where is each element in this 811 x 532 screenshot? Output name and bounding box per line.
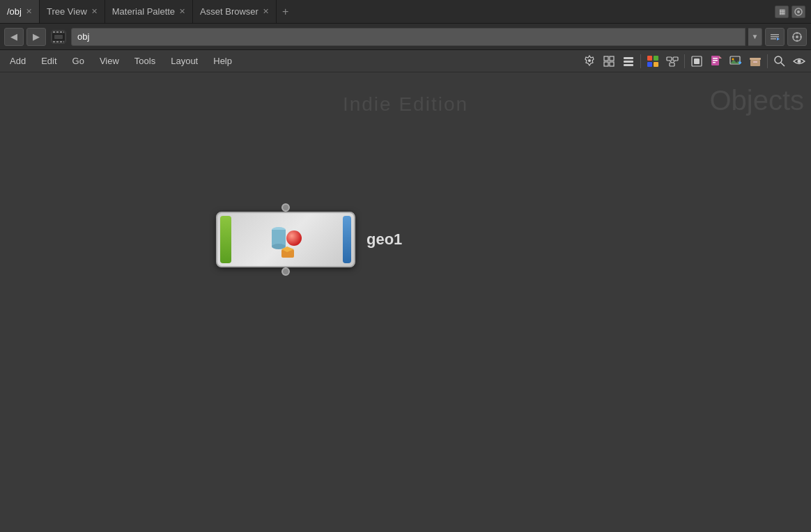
- grid-icon[interactable]: [600, 52, 618, 70]
- node-handle-top[interactable]: [281, 203, 290, 212]
- toolbar-sep2: [684, 54, 685, 68]
- menu-tools[interactable]: Tools: [128, 53, 162, 69]
- tab-material-palette-label: Material Palette: [112, 6, 175, 17]
- svg-rect-35: [654, 62, 658, 67]
- svg-rect-30: [624, 61, 633, 63]
- svg-rect-38: [670, 63, 674, 66]
- forward-icon: ▶: [33, 31, 40, 42]
- scene-icon: [49, 27, 68, 47]
- svg-rect-7: [60, 31, 62, 33]
- archive-icon[interactable]: [746, 52, 764, 70]
- tab-asset-browser[interactable]: Asset Browser ✕: [193, 0, 277, 23]
- tab-tree-view[interactable]: Tree View ✕: [40, 0, 105, 23]
- node-container: geo1: [216, 212, 402, 267]
- svg-rect-32: [647, 56, 652, 61]
- address-right-buttons: [765, 28, 807, 46]
- menu-bar: Add Edit Go View Tools Layout Help: [0, 50, 811, 72]
- menu-help[interactable]: Help: [206, 53, 239, 69]
- tab-asset-browser-close[interactable]: ✕: [263, 8, 269, 15]
- svg-rect-28: [610, 62, 614, 66]
- svg-point-1: [797, 10, 800, 13]
- svg-rect-53: [750, 58, 761, 60]
- back-icon: ◀: [10, 31, 17, 42]
- node-handle-bottom[interactable]: [281, 267, 290, 276]
- node-left-strip: [220, 216, 231, 263]
- svg-marker-50: [730, 60, 740, 64]
- svg-rect-13: [54, 35, 63, 39]
- tab-add-button[interactable]: +: [277, 0, 294, 23]
- node-label: geo1: [366, 230, 402, 249]
- svg-rect-46: [713, 62, 716, 63]
- svg-rect-34: [647, 62, 652, 67]
- node-body: [216, 212, 355, 267]
- tab-material-palette[interactable]: Material Palette ✕: [105, 0, 193, 23]
- nav-history-button[interactable]: [765, 28, 785, 46]
- watermark-objects: Objects: [709, 85, 804, 116]
- node-thumbnail: [234, 216, 340, 263]
- tab-obj-label: /obj: [7, 6, 22, 17]
- tab-controls: ▦: [775, 6, 811, 18]
- tab-grid-button[interactable]: ▦: [775, 6, 789, 18]
- toolbar-sep3: [767, 54, 768, 68]
- svg-rect-10: [56, 41, 59, 42]
- svg-rect-42: [694, 58, 700, 64]
- svg-rect-54: [750, 60, 760, 66]
- menu-add[interactable]: Add: [3, 53, 33, 69]
- svg-rect-33: [654, 56, 658, 61]
- svg-rect-5: [53, 31, 55, 33]
- back-button[interactable]: ◀: [4, 28, 24, 46]
- menu-layout[interactable]: Layout: [164, 53, 205, 69]
- svg-rect-8: [63, 31, 64, 33]
- svg-rect-36: [667, 57, 672, 61]
- tab-obj[interactable]: /obj ✕: [0, 0, 40, 23]
- search-icon[interactable]: [771, 52, 789, 70]
- svg-marker-17: [777, 38, 780, 40]
- svg-point-62: [286, 230, 302, 246]
- tab-tree-view-close[interactable]: ✕: [91, 8, 98, 15]
- tab-bar: /obj ✕ Tree View ✕ Material Palette ✕ As…: [0, 0, 811, 24]
- tab-material-palette-close[interactable]: ✕: [179, 8, 185, 15]
- svg-rect-25: [604, 56, 608, 61]
- menu-go[interactable]: Go: [65, 53, 91, 69]
- tab-settings-button[interactable]: [791, 6, 805, 18]
- svg-rect-14: [771, 34, 779, 36]
- svg-point-56: [775, 56, 782, 63]
- address-dropdown[interactable]: ▼: [748, 28, 762, 46]
- menu-view[interactable]: View: [93, 53, 126, 69]
- svg-rect-55: [753, 61, 757, 63]
- menu-edit[interactable]: Edit: [34, 53, 63, 69]
- svg-point-58: [798, 59, 801, 63]
- svg-point-49: [732, 58, 734, 60]
- svg-rect-27: [604, 62, 608, 66]
- svg-line-57: [781, 63, 785, 66]
- tab-obj-close[interactable]: ✕: [26, 8, 32, 15]
- settings-icon[interactable]: [580, 52, 598, 70]
- tab-tree-view-label: Tree View: [47, 6, 87, 17]
- svg-rect-44: [713, 58, 718, 59]
- address-input[interactable]: [71, 28, 746, 46]
- snap-icon[interactable]: [688, 52, 706, 70]
- node-card-geo1[interactable]: [216, 212, 355, 267]
- notes-icon[interactable]: [707, 52, 725, 70]
- svg-rect-45: [713, 60, 718, 61]
- forward-button[interactable]: ▶: [26, 28, 46, 46]
- view-icon[interactable]: [790, 52, 808, 70]
- color-squares-icon[interactable]: [644, 52, 662, 70]
- svg-point-19: [796, 36, 798, 38]
- list-icon[interactable]: [619, 52, 638, 70]
- svg-rect-16: [771, 38, 776, 40]
- svg-rect-12: [63, 41, 64, 42]
- svg-rect-9: [53, 41, 55, 42]
- network-icon[interactable]: [663, 52, 681, 70]
- add-image-icon[interactable]: [727, 52, 745, 70]
- main-canvas[interactable]: Indie Edition Objects: [0, 72, 811, 532]
- dropdown-icon: ▼: [752, 33, 759, 40]
- radial-button[interactable]: [787, 28, 807, 46]
- svg-rect-15: [771, 36, 779, 38]
- svg-rect-11: [60, 41, 62, 42]
- watermark-edition: Indie Edition: [343, 93, 468, 116]
- node-right-strip: [343, 216, 351, 263]
- svg-rect-31: [624, 64, 633, 66]
- svg-rect-29: [624, 57, 633, 59]
- address-bar: ◀ ▶ ▼: [0, 24, 811, 50]
